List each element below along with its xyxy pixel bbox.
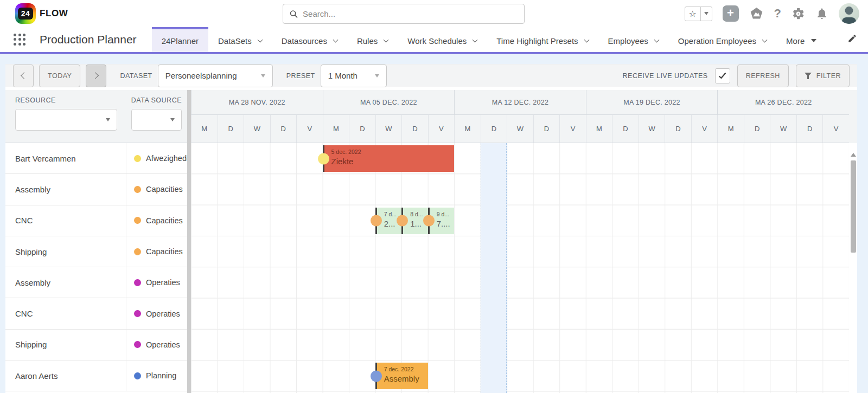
- tab-label: Work Schedules: [407, 36, 467, 46]
- day-header: V: [428, 115, 455, 143]
- resource-rows: Bart VercammenAfwezighedeAssemblyCapacit…: [5, 143, 187, 393]
- chevron-down-icon: [170, 118, 175, 121]
- preset-select[interactable]: 1 Month: [321, 65, 387, 87]
- tab-label: DataSets: [218, 36, 252, 46]
- search-icon: [290, 10, 298, 18]
- day-header: V: [559, 115, 586, 143]
- day-header: D: [612, 115, 639, 143]
- gantt-bar-7-[interactable]: 9 d...7....: [428, 208, 455, 234]
- resource-row[interactable]: Aaron AertsPlanning: [5, 360, 187, 391]
- tab-label: Employees: [608, 36, 648, 46]
- resource-name: CNC: [5, 298, 126, 328]
- vertical-scrollbar[interactable]: [849, 90, 857, 393]
- bar-marker-dot: [371, 215, 382, 227]
- chevron-down-icon: [257, 37, 263, 42]
- toolbar: TODAY DATASET Personeelsplanning PRESET …: [5, 64, 857, 90]
- nav-tabs: 24PlannerDataSetsDatasourcesRulesWork Sc…: [152, 27, 827, 52]
- bar-text: 5 dec. 2022Ziekte: [324, 145, 455, 172]
- resource-name: Assembly: [5, 174, 126, 204]
- live-updates-checkbox[interactable]: [715, 68, 730, 83]
- tab-employees[interactable]: Employees: [598, 27, 668, 52]
- day-header: W: [639, 115, 665, 143]
- day-header: M: [717, 115, 744, 143]
- avatar[interactable]: [839, 3, 859, 24]
- data-source-cell: Operaties: [126, 298, 187, 328]
- tab-label: Rules: [357, 36, 378, 46]
- resource-row[interactable]: Bart VercammenAfwezighede: [5, 143, 187, 174]
- week-header: MA 19 DEC. 2022: [586, 90, 718, 114]
- tab-datasets[interactable]: DataSets: [208, 27, 272, 52]
- resource-row[interactable]: CNCOperaties: [5, 298, 187, 329]
- bar-marker-dot: [371, 370, 382, 382]
- edit-pencil-icon[interactable]: [847, 34, 857, 46]
- tab-datasources[interactable]: Datasources: [272, 27, 347, 52]
- help-icon[interactable]: [774, 7, 781, 21]
- tab-more[interactable]: More: [776, 27, 826, 52]
- search-box[interactable]: [283, 4, 525, 24]
- tab-24planner[interactable]: 24Planner: [152, 27, 208, 52]
- week-header: MA 12 DEC. 2022: [454, 90, 586, 114]
- week-header: MA 26 DEC. 2022: [717, 90, 849, 114]
- week-header: MA 05 DEC. 2022: [323, 90, 455, 114]
- add-button[interactable]: [723, 5, 739, 22]
- today-button[interactable]: TODAY: [39, 65, 80, 87]
- data-source-label: Operaties: [146, 278, 180, 287]
- topbar-actions: [685, 3, 859, 24]
- day-header: V: [691, 115, 718, 143]
- prev-period-button[interactable]: [13, 65, 34, 87]
- data-source-cell: Operaties: [126, 330, 187, 360]
- tab-work-schedules[interactable]: Work Schedules: [398, 27, 487, 52]
- day-header: D: [796, 115, 823, 143]
- search-input[interactable]: [303, 9, 518, 18]
- resource-name: Shipping: [5, 236, 126, 267]
- day-header: W: [244, 115, 270, 143]
- chevron-down-icon: [106, 118, 110, 121]
- next-period-button[interactable]: [86, 65, 106, 87]
- data-source-label: Capacities: [146, 247, 183, 256]
- tab-rules[interactable]: Rules: [347, 27, 398, 52]
- day-header: D: [270, 115, 297, 143]
- resource-name: CNC: [5, 205, 126, 236]
- data-source-label: Planning: [146, 371, 176, 380]
- gantt-bar-ziekte[interactable]: 5 dec. 2022Ziekte: [323, 145, 455, 172]
- logo[interactable]: 24 FLOW: [15, 3, 68, 24]
- day-header: D: [533, 115, 560, 143]
- panel-splitter[interactable]: [187, 90, 191, 393]
- resource-name: Bart Vercammen: [5, 143, 126, 173]
- datasource-column-header: DATA SOURCE: [131, 96, 182, 104]
- live-updates-label: RECEIVE LIVE UPDATES: [623, 72, 708, 80]
- top-bar: 24 FLOW: [0, 0, 868, 27]
- filter-button[interactable]: FILTER: [796, 65, 850, 87]
- notifications-bell-icon[interactable]: [815, 7, 828, 20]
- source-color-dot: [134, 279, 141, 286]
- dataset-value: Personeelsplanning: [165, 71, 237, 80]
- resource-row[interactable]: ShippingOperaties: [5, 330, 187, 360]
- resource-row[interactable]: AssemblyCapacities: [5, 174, 187, 205]
- dataset-select[interactable]: Personeelsplanning: [158, 65, 273, 87]
- settings-gear-icon[interactable]: [792, 7, 805, 21]
- nav-bar: Production Planner 24PlannerDataSetsData…: [0, 27, 868, 54]
- bar-date: 5 dec. 2022: [331, 149, 452, 155]
- scroll-up-icon[interactable]: [851, 153, 856, 157]
- gantt-bar-assembly[interactable]: 7 dec. 2022Assembly: [375, 363, 428, 389]
- scrollbar-thumb[interactable]: [851, 160, 856, 253]
- filter-button-label: FILTER: [816, 72, 841, 80]
- apps-grid-icon[interactable]: [14, 34, 26, 46]
- refresh-button[interactable]: REFRESH: [737, 65, 789, 87]
- logo-text: FLOW: [40, 8, 68, 19]
- day-header: V: [822, 115, 849, 143]
- mountain-badge-icon[interactable]: [749, 7, 764, 21]
- favorite-star-icon[interactable]: [685, 7, 701, 21]
- day-header: D: [744, 115, 770, 143]
- resource-row[interactable]: ShippingCapacities: [5, 236, 187, 267]
- favorite-caret-icon[interactable]: [701, 7, 712, 21]
- resource-row[interactable]: AssemblyOperaties: [5, 267, 187, 298]
- resource-row[interactable]: CNCCapacities: [5, 205, 187, 236]
- tab-operation-employees[interactable]: Operation Employees: [668, 27, 776, 52]
- datasource-filter-select[interactable]: [131, 109, 182, 131]
- chevron-down-icon: [261, 74, 265, 78]
- data-source-cell: Capacities: [126, 236, 187, 267]
- chevron-down-icon: [473, 37, 478, 42]
- resource-filter-select[interactable]: [15, 109, 117, 131]
- tab-time-highlight-presets[interactable]: Time Highlight Presets: [487, 27, 598, 52]
